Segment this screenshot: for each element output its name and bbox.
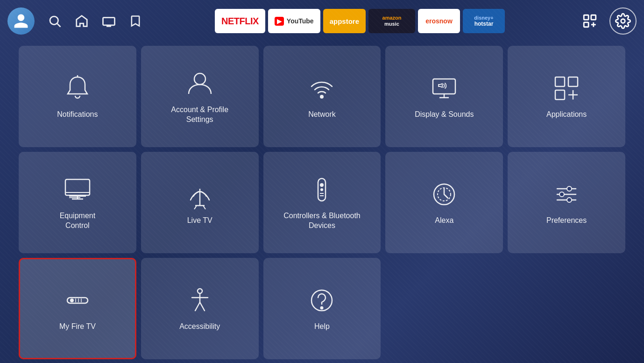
tile-controllers-label: Controllers & BluetoothDevices bbox=[283, 211, 361, 231]
erosnow-label: erosnow bbox=[425, 17, 453, 25]
svg-point-42 bbox=[567, 186, 572, 191]
youtube-logo: ▶ bbox=[275, 17, 284, 26]
tile-account-profile[interactable]: Account & ProfileSettings bbox=[141, 46, 259, 147]
tile-network[interactable]: Network bbox=[263, 46, 381, 147]
youtube-label: YouTube bbox=[287, 17, 314, 25]
remote-icon bbox=[307, 175, 337, 205]
svg-point-0 bbox=[50, 16, 58, 25]
svg-rect-17 bbox=[555, 77, 565, 86]
bookmark-icon[interactable] bbox=[129, 14, 142, 28]
svg-line-54 bbox=[200, 302, 205, 311]
search-icon[interactable] bbox=[48, 14, 62, 28]
settings-grid: Notifications Account & ProfileSettings … bbox=[0, 42, 644, 363]
tile-applications[interactable]: Applications bbox=[508, 46, 625, 147]
svg-line-53 bbox=[195, 302, 200, 311]
tile-help-label: Help bbox=[314, 322, 330, 332]
tile-preferences-label: Preferences bbox=[546, 216, 587, 226]
netflix-label: NETFLIX bbox=[221, 16, 259, 27]
svg-point-34 bbox=[321, 189, 323, 191]
svg-rect-19 bbox=[555, 90, 565, 100]
bell-icon bbox=[63, 73, 92, 103]
tile-live-tv[interactable]: Live TV bbox=[141, 152, 259, 253]
tile-network-label: Network bbox=[308, 110, 336, 120]
amazonmusic-top: amazon bbox=[382, 15, 402, 21]
wifi-icon bbox=[307, 73, 337, 103]
tile-preferences[interactable]: Preferences bbox=[508, 152, 625, 253]
tile-my-fire-tv-label: My Fire TV bbox=[59, 322, 96, 332]
svg-point-50 bbox=[198, 289, 202, 293]
home-icon[interactable] bbox=[75, 14, 89, 28]
app-shortcuts: NETFLIX ▶ YouTube appstore amazon music … bbox=[151, 9, 568, 33]
svg-rect-2 bbox=[103, 18, 115, 25]
apps-icon bbox=[552, 73, 581, 103]
tile-accessibility-label: Accessibility bbox=[179, 322, 220, 332]
tile-equipment-control[interactable]: EquipmentControl bbox=[19, 152, 136, 253]
display-icon bbox=[429, 73, 459, 103]
tile-account-label: Account & ProfileSettings bbox=[171, 105, 228, 125]
help-icon bbox=[307, 285, 337, 315]
tv-icon[interactable] bbox=[102, 14, 116, 28]
topbar: NETFLIX ▶ YouTube appstore amazon music … bbox=[0, 0, 644, 42]
tile-applications-label: Applications bbox=[546, 110, 587, 120]
svg-rect-6 bbox=[591, 15, 596, 20]
tile-alexa-label: Alexa bbox=[435, 216, 453, 226]
svg-point-12 bbox=[194, 73, 205, 85]
amazonmusic-bot: music bbox=[384, 21, 399, 27]
grid-plus-icon[interactable] bbox=[578, 9, 602, 33]
svg-point-43 bbox=[559, 192, 564, 197]
hotstar-label-top: disney+ bbox=[474, 15, 493, 21]
svg-point-33 bbox=[320, 184, 323, 186]
netflix-button[interactable]: NETFLIX bbox=[215, 9, 265, 33]
topbar-right bbox=[578, 7, 637, 35]
svg-point-56 bbox=[321, 307, 323, 309]
youtube-button[interactable]: ▶ YouTube bbox=[268, 9, 320, 33]
svg-rect-5 bbox=[584, 15, 588, 20]
topbar-left bbox=[7, 7, 142, 35]
tile-help[interactable]: Help bbox=[263, 258, 381, 359]
svg-point-44 bbox=[567, 198, 572, 202]
firetv-icon bbox=[63, 285, 92, 315]
tile-alexa[interactable]: Alexa bbox=[385, 152, 503, 253]
amazonmusic-button[interactable]: amazon music bbox=[368, 9, 415, 33]
appstore-label: appstore bbox=[330, 17, 359, 25]
tile-equipment-label: EquipmentControl bbox=[60, 211, 96, 231]
accessibility-icon bbox=[185, 285, 215, 315]
tile-display-label: Display & Sounds bbox=[415, 110, 474, 120]
svg-line-1 bbox=[57, 24, 61, 27]
tile-notifications-label: Notifications bbox=[57, 110, 98, 120]
svg-rect-7 bbox=[584, 22, 588, 27]
settings-button[interactable] bbox=[609, 7, 637, 35]
alexa-icon bbox=[429, 179, 459, 209]
svg-point-13 bbox=[320, 95, 323, 98]
hotstar-label-bot: hotstar bbox=[474, 21, 494, 27]
svg-rect-18 bbox=[568, 77, 578, 86]
svg-point-10 bbox=[621, 19, 625, 23]
tile-my-fire-tv[interactable]: My Fire TV bbox=[19, 258, 136, 359]
person-icon bbox=[185, 69, 215, 99]
tile-notifications[interactable]: Notifications bbox=[19, 46, 136, 147]
tile-accessibility[interactable]: Accessibility bbox=[141, 258, 259, 359]
antenna-icon bbox=[185, 179, 215, 209]
svg-point-46 bbox=[71, 299, 73, 302]
appstore-button[interactable]: appstore bbox=[323, 9, 366, 33]
avatar[interactable] bbox=[7, 7, 35, 35]
tile-live-tv-label: Live TV bbox=[187, 216, 212, 226]
erosnow-button[interactable]: erosnow bbox=[418, 9, 460, 33]
tile-display-sounds[interactable]: Display & Sounds bbox=[385, 46, 503, 147]
hotstar-button[interactable]: disney+ hotstar bbox=[463, 9, 505, 33]
tile-controllers-bluetooth[interactable]: Controllers & BluetoothDevices bbox=[263, 152, 381, 253]
sliders-icon bbox=[552, 179, 581, 209]
monitor-icon bbox=[63, 175, 92, 205]
